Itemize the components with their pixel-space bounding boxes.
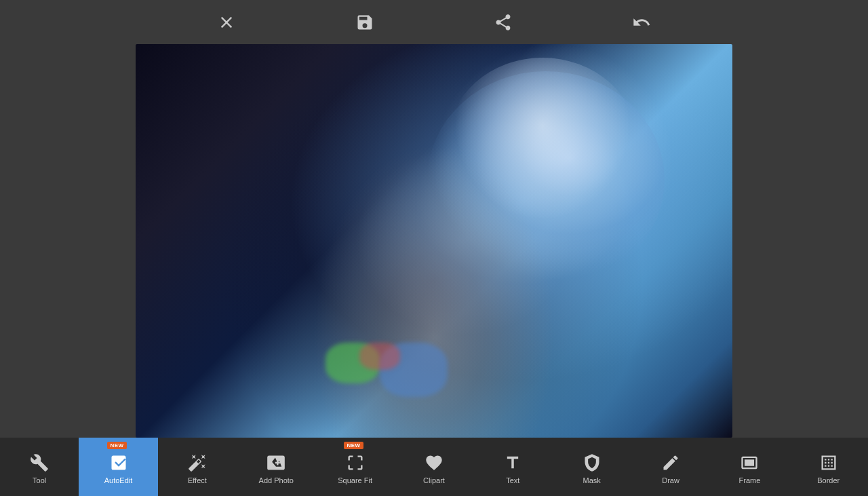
clipart-label: Clipart [423, 476, 445, 484]
square-fit-label: Square Fit [338, 476, 372, 484]
share-icon [494, 13, 513, 32]
draw-icon [660, 452, 682, 474]
border-icon [818, 452, 840, 474]
square-fit-icon [344, 452, 366, 474]
autoedit-icon [108, 452, 130, 474]
photo-canvas[interactable] [136, 44, 732, 438]
save-button[interactable] [350, 7, 380, 37]
square-fit-button[interactable]: NEW Square Fit [315, 438, 394, 496]
close-button[interactable] [212, 7, 241, 37]
clipart-icon [423, 452, 445, 474]
save-icon [355, 13, 374, 32]
bottom-toolbar: Tool NEW AutoEdit Effect Add Photo NEW S… [0, 438, 868, 496]
border-label: Border [817, 476, 840, 484]
text-button[interactable]: Text [473, 438, 552, 496]
undo-button[interactable] [627, 7, 656, 37]
autoedit-button[interactable]: NEW AutoEdit [79, 438, 157, 496]
effect-icon [186, 452, 208, 474]
autoedit-new-badge: NEW [107, 442, 126, 449]
square-fit-new-badge: NEW [344, 442, 363, 449]
add-photo-icon [265, 452, 287, 474]
text-icon [502, 452, 524, 474]
draw-label: Draw [662, 476, 679, 484]
autoedit-label: AutoEdit [104, 476, 133, 484]
close-icon [217, 13, 236, 32]
tool-icon [28, 452, 50, 474]
draw-button[interactable]: Draw [631, 438, 710, 496]
clipart-button[interactable]: Clipart [395, 438, 473, 496]
undo-icon [632, 13, 651, 32]
main-canvas-area [0, 44, 868, 438]
shirt-red-patch [359, 343, 400, 370]
tool-button[interactable]: Tool [0, 438, 79, 496]
frame-label: Frame [739, 476, 761, 484]
frame-icon [738, 452, 760, 474]
add-photo-label: Add Photo [259, 476, 294, 484]
share-button[interactable] [488, 7, 518, 37]
text-label: Text [506, 476, 519, 484]
mask-icon [581, 452, 603, 474]
frame-button[interactable]: Frame [710, 438, 789, 496]
effect-button[interactable]: Effect [158, 438, 237, 496]
effect-label: Effect [188, 476, 207, 484]
top-toolbar [0, 0, 868, 44]
border-button[interactable]: Border [789, 438, 868, 496]
mask-label: Mask [583, 476, 601, 484]
mask-button[interactable]: Mask [553, 438, 631, 496]
tool-label: Tool [33, 476, 46, 484]
add-photo-button[interactable]: Add Photo [237, 438, 315, 496]
